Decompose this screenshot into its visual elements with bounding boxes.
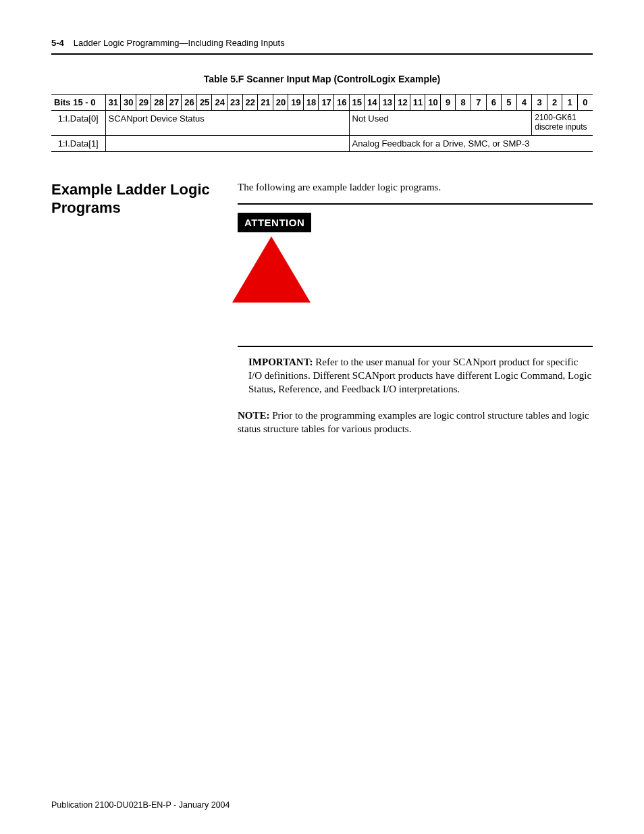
bit-col: 29 [136, 95, 151, 111]
bit-col: 27 [166, 95, 182, 111]
bit-col: 24 [212, 95, 227, 111]
table-body: 1:I.Data[0]SCANport Device StatusNot Use… [51, 111, 593, 152]
bit-col: 22 [242, 95, 258, 111]
note-label: NOTE: [238, 410, 270, 421]
bit-col: 18 [303, 95, 319, 111]
bit-col: 7 [471, 95, 487, 111]
scanner-input-map-table: Bits 15 - 0 3130292827262524232221201918… [51, 94, 593, 152]
attention-block: ATTENTION [238, 213, 593, 303]
bit-col: 21 [258, 95, 273, 111]
bit-col: 14 [365, 95, 380, 111]
bit-col: 31 [105, 95, 121, 111]
bit-col: 23 [227, 95, 243, 111]
bit-col: 0 [577, 95, 593, 111]
important-label: IMPORTANT: [248, 357, 313, 367]
important-block: IMPORTANT: Refer to the user manual for … [238, 346, 593, 436]
bit-col: 26 [182, 95, 197, 111]
bit-col: 4 [516, 95, 532, 111]
bit-col: 11 [410, 95, 425, 111]
section-top-rule [238, 203, 593, 205]
bit-col: 10 [425, 95, 441, 111]
table-header-row: Bits 15 - 0 3130292827262524232221201918… [51, 95, 593, 111]
row-header-label: Bits 15 - 0 [51, 95, 105, 111]
bit-col: 5 [502, 95, 517, 111]
bit-col: 19 [288, 95, 304, 111]
table-row: 1:I.Data[1]Analog Feedback for a Drive, … [51, 135, 593, 151]
bit-col: 3 [532, 95, 547, 111]
bit-col: 15 [349, 95, 365, 111]
section-heading: Example Ladder Logic Programs [51, 180, 227, 443]
header-title: Ladder Logic Programming—Including Readi… [74, 38, 285, 48]
bit-col: 13 [379, 95, 395, 111]
bit-col: 9 [440, 95, 456, 111]
note-text: Prior to the programming examples are lo… [238, 410, 589, 434]
bit-col: 28 [151, 95, 167, 111]
bit-col: 30 [121, 95, 136, 111]
table-cell: 2100-GK61 discrete inputs [532, 111, 593, 136]
page-number: 5-4 [51, 38, 64, 48]
bit-col: 17 [319, 95, 334, 111]
table-row: 1:I.Data[0]SCANport Device StatusNot Use… [51, 111, 593, 136]
note-paragraph: NOTE: Prior to the programming examples … [238, 409, 593, 436]
running-header: 5-4 Ladder Logic Programming—Including R… [51, 38, 593, 48]
row-name: 1:I.Data[0] [51, 111, 105, 136]
bit-col: 25 [196, 95, 212, 111]
table-cell: Analog Feedback for a Drive, SMC, or SMP… [349, 135, 593, 151]
bit-col: 16 [333, 95, 349, 111]
table-caption: Table 5.F Scanner Input Map (ControlLogi… [51, 74, 593, 84]
bit-col: 20 [273, 95, 288, 111]
attention-label: ATTENTION [238, 213, 311, 232]
header-rule [51, 53, 593, 55]
publication-footer: Publication 2100-DU021B-EN-P - January 2… [51, 800, 230, 810]
table-cell: SCANport Device Status [105, 111, 349, 136]
important-paragraph: IMPORTANT: Refer to the user manual for … [248, 355, 593, 396]
table-cell: Not Used [349, 111, 532, 136]
attention-triangle-icon [232, 236, 311, 303]
bit-col: 2 [547, 95, 562, 111]
table-cell [105, 135, 349, 151]
bit-col: 6 [486, 95, 502, 111]
section-body: The following are example ladder logic p… [238, 180, 593, 443]
bit-col: 1 [562, 95, 578, 111]
row-name: 1:I.Data[1] [51, 135, 105, 151]
page: 5-4 Ladder Logic Programming—Including R… [0, 0, 644, 834]
important-rule [238, 346, 593, 347]
bit-col: 8 [456, 95, 471, 111]
intro-text: The following are example ladder logic p… [238, 180, 593, 194]
bit-col: 12 [395, 95, 410, 111]
